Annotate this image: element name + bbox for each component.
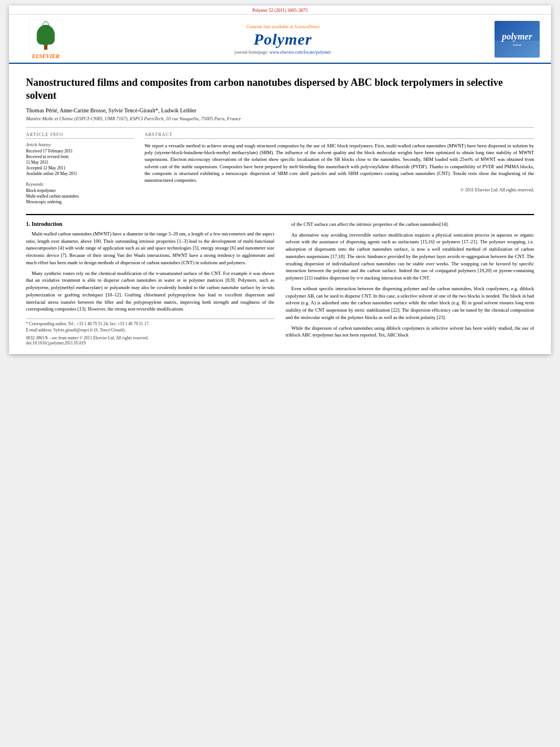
doi-area: 0032-3861/$ – see front matter © 2011 El…	[26, 335, 274, 346]
article-title: Nanostructured films and composites from…	[26, 76, 534, 103]
polymer-logo-subtitle: ▪▪▪▪▪▪	[513, 43, 522, 47]
elsevier-logo-area: ELSEVIER	[20, 19, 71, 59]
article-info-header: ARTICLE INFO	[26, 132, 133, 139]
body-right-col: of the CNT surface can affect the intrin…	[286, 221, 534, 346]
page: Polymer 52 (2011) 3065–3073 ELSEVIER Co	[9, 6, 551, 354]
journal-center: Contents lists available at ScienceDirec…	[71, 24, 495, 55]
abstract-header: ABSTRACT	[145, 132, 534, 139]
authors: Thomas Périé, Anne-Carine Brosse, Sylvie…	[26, 107, 534, 113]
body-content: 1. Introduction Multi-walled carbon nano…	[26, 214, 534, 346]
copyright: © 2011 Elsevier Ltd. All rights reserved…	[145, 187, 534, 193]
svg-point-4	[46, 33, 55, 45]
elsevier-label: ELSEVIER	[32, 53, 60, 59]
online-date: Available online 20 May 2011	[26, 171, 133, 176]
journal-citation: Polymer 52 (2011) 3065–3073	[252, 8, 308, 13]
keyword-3: Mesoscopic ordering	[26, 199, 133, 204]
homepage-url: www.elsevier.com/locate/polymer	[269, 50, 331, 55]
sciencedirect-name: ScienceDirect	[294, 24, 320, 29]
journal-citation-bar: Polymer 52 (2011) 3065–3073	[9, 6, 551, 15]
polymer-logo-right: polymer ▪▪▪▪▪▪	[495, 21, 540, 58]
footnote-area: * Corresponding author. Tel.: +33 1 40 7…	[26, 318, 274, 333]
affiliation: Matière Molle et Chimie (ESPCI-CNRS, UMR…	[26, 116, 534, 121]
revised-date: 11 May 2011	[26, 160, 133, 165]
polymer-logo-text: polymer	[502, 32, 532, 42]
article-history-label: Article history:	[26, 142, 133, 147]
sciencedirect-link: Contents lists available at ScienceDirec…	[71, 24, 495, 29]
intro-para2: Many synthetic routes rely on the chemic…	[26, 270, 274, 313]
abstract-text: We report a versatile method to achieve …	[145, 142, 534, 184]
accepted-date: Accepted 12 May 2011	[26, 165, 133, 171]
journal-homepage: journal homepage: www.elsevier.com/locat…	[71, 50, 495, 55]
article-info-section: ARTICLE INFO Article history: Received 1…	[26, 127, 534, 205]
right-para4: While the dispersion of carbon nanotubes…	[286, 325, 534, 339]
keywords-label: Keywords:	[26, 182, 133, 187]
right-para2: An alternative way avoiding irreversible…	[286, 231, 534, 282]
keyword-2: Multi-walled carbon nanotubes	[26, 194, 133, 199]
footnote-corresponding: * Corresponding author. Tel.: +33 1 40 7…	[26, 321, 274, 327]
article-right-col: ABSTRACT We report a versatile method to…	[145, 132, 534, 205]
doi: doi:10.1016/j.polymer.2011.05.019	[26, 340, 274, 346]
keywords-section: Keywords: Block terpolymer Multi-walled …	[26, 182, 133, 204]
body-right-text: of the CNT surface can affect the intrin…	[286, 221, 534, 339]
right-para1: of the CNT surface can affect the intrin…	[286, 221, 534, 228]
revised-label: Received in revised form	[26, 154, 133, 159]
svg-point-3	[37, 33, 46, 45]
section1-title: 1. Introduction	[26, 221, 274, 227]
section1-text: Multi-walled carbon nanotubes (MWNT) hav…	[26, 230, 274, 313]
footnote-email: E-mail address: Sylvie.girault@espci.fr …	[26, 327, 274, 334]
journal-name: Polymer	[71, 30, 495, 49]
keyword-1: Block terpolymer	[26, 188, 133, 193]
body-left-col: 1. Introduction Multi-walled carbon nano…	[26, 221, 274, 346]
right-para3: Even without specific interaction betwee…	[286, 285, 534, 321]
article-content: Nanostructured films and composites from…	[9, 64, 551, 354]
article-left-col: ARTICLE INFO Article history: Received 1…	[26, 132, 133, 205]
elsevier-tree-icon	[29, 19, 63, 53]
journal-header: ELSEVIER Contents lists available at Sci…	[9, 15, 551, 64]
received-date: Received 17 February 2011	[26, 148, 133, 154]
intro-para1: Multi-walled carbon nanotubes (MWNT) hav…	[26, 230, 274, 267]
issn: 0032-3861/$ – see front matter © 2011 El…	[26, 335, 274, 340]
